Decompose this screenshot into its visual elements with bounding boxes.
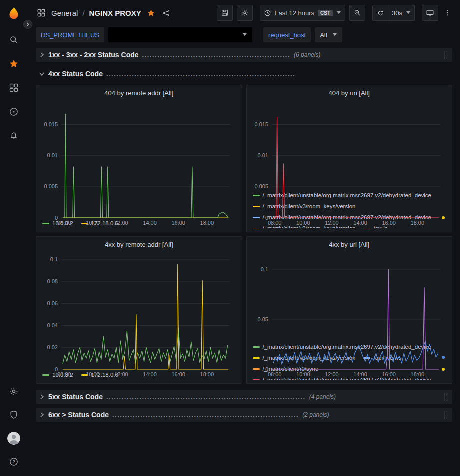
search-icon[interactable] <box>0 28 28 52</box>
share-icon[interactable] <box>161 8 171 18</box>
svg-text:0.02: 0.02 <box>47 344 58 350</box>
row-5xx[interactable]: 5xx Status Code ........................… <box>36 390 452 404</box>
time-range-picker[interactable]: Last 12 hours CST <box>260 5 345 21</box>
breadcrumb-section[interactable]: General <box>51 9 78 17</box>
main-area: General / NGINX PROXY Last 12 hours <box>28 0 460 476</box>
svg-text:16:00: 16:00 <box>171 371 185 377</box>
dashboard-settings-button[interactable] <box>237 5 253 21</box>
svg-text:14:00: 14:00 <box>353 371 367 377</box>
svg-text:18:00: 18:00 <box>410 371 424 377</box>
svg-text:12:00: 12:00 <box>114 371 128 377</box>
svg-text:12:00: 12:00 <box>114 220 128 226</box>
timeseries-chart[interactable]: 00.0050.010.01508:0010:0012:0014:0016:00… <box>252 99 447 188</box>
svg-text:0.005: 0.005 <box>254 183 268 189</box>
svg-text:10:00: 10:00 <box>86 220 100 226</box>
svg-text:10:00: 10:00 <box>296 220 310 226</box>
help-icon[interactable]: ? <box>0 450 28 473</box>
timezone-badge: CST <box>318 10 333 16</box>
svg-text:08:00: 08:00 <box>57 371 71 377</box>
dashboard-title: NGINX PROXY <box>89 9 141 17</box>
svg-text:18:00: 18:00 <box>410 220 424 226</box>
svg-text:14:00: 14:00 <box>353 220 367 226</box>
explore-compass-icon[interactable] <box>0 100 28 124</box>
svg-text:08:00: 08:00 <box>267 220 281 226</box>
refresh-interval-picker[interactable]: 30s <box>388 5 415 21</box>
svg-text:18:00: 18:00 <box>200 220 214 226</box>
svg-text:0.01: 0.01 <box>47 152 58 158</box>
alerting-bell-icon[interactable] <box>0 124 28 148</box>
svg-text:14:00: 14:00 <box>143 220 157 226</box>
dashboards-icon[interactable] <box>0 76 28 100</box>
row-drag-handle[interactable] <box>443 51 448 59</box>
row-drag-handle[interactable] <box>443 393 448 401</box>
dashboard-canvas: 1xx - 3xx - 2xx Status Code ............… <box>28 44 460 476</box>
svg-text:16:00: 16:00 <box>382 220 396 226</box>
variables-bar: DS_PROMETHEUS request_host All <box>28 26 460 44</box>
timeseries-chart[interactable]: 00.0050.010.01508:0010:0012:0014:0016:00… <box>41 99 237 216</box>
chevron-down-icon <box>242 33 247 36</box>
zoom-out-time-button[interactable] <box>349 5 365 21</box>
panel-title[interactable]: 4xx by remote addr [All] <box>41 239 237 250</box>
legend-swatch <box>253 228 260 229</box>
kebab-menu-icon[interactable] <box>442 7 452 18</box>
save-dashboard-button[interactable] <box>217 5 233 21</box>
grafana-app: ? General / NGINX PROXY <box>0 0 460 476</box>
server-admin-shield-icon[interactable] <box>0 403 28 426</box>
datasource-select[interactable] <box>108 27 252 42</box>
svg-text:0.06: 0.06 <box>47 300 58 306</box>
svg-text:0.1: 0.1 <box>260 266 268 272</box>
row-drag-handle[interactable] <box>443 411 448 419</box>
apps-grid-icon[interactable] <box>36 7 47 18</box>
legend-swatch <box>363 228 370 229</box>
configuration-gear-icon[interactable] <box>0 379 28 403</box>
request-host-select[interactable]: All <box>315 27 342 42</box>
panel-title[interactable]: 404 by uri [All] <box>252 88 447 99</box>
panel-title[interactable]: 4xx by uri [All] <box>252 239 447 250</box>
svg-text:0.015: 0.015 <box>254 121 268 127</box>
svg-text:10:00: 10:00 <box>296 371 310 377</box>
panels-grid: 404 by remote addr [All] 00.0050.010.015… <box>36 85 452 384</box>
request-host-variable-label: request_host <box>263 27 311 42</box>
panel-title[interactable]: 404 by remote addr [All] <box>41 88 237 99</box>
chevron-right-icon <box>39 394 45 400</box>
svg-text:08:00: 08:00 <box>57 220 71 226</box>
refresh-button[interactable] <box>372 5 388 21</box>
grafana-logo-icon[interactable] <box>6 4 21 24</box>
svg-text:18:00: 18:00 <box>200 371 214 377</box>
svg-text:10:00: 10:00 <box>86 371 100 377</box>
panel-4xx-by-remote-addr: 4xx by remote addr [All] 00.020.040.060.… <box>36 236 242 384</box>
svg-text:0.05: 0.05 <box>257 316 268 322</box>
timeseries-chart[interactable]: 00.020.040.060.080.108:0010:0012:0014:00… <box>41 250 237 368</box>
svg-text:0.08: 0.08 <box>47 278 58 284</box>
avatar[interactable] <box>0 426 28 450</box>
row-6xx[interactable]: 6xx > Status Code ......................… <box>36 408 452 422</box>
svg-text:0.01: 0.01 <box>257 152 268 158</box>
svg-text:08:00: 08:00 <box>267 371 281 377</box>
timeseries-chart[interactable]: 00.050.108:0010:0012:0014:0016:0018:00 <box>252 250 447 340</box>
chevron-down-icon <box>406 11 411 14</box>
refresh-interval-label: 30s <box>392 9 402 17</box>
starred-icon[interactable] <box>0 52 28 76</box>
time-range-label: Last 12 hours <box>275 9 314 17</box>
cycle-view-mode-button[interactable] <box>422 5 438 21</box>
chevron-down-icon <box>39 71 45 77</box>
svg-text:?: ? <box>12 459 15 464</box>
svg-text:0.1: 0.1 <box>50 256 58 262</box>
row-1xx-3xx-2xx[interactable]: 1xx - 3xx - 2xx Status Code ............… <box>36 48 452 62</box>
panel-4xx-by-uri: 4xx by uri [All] 00.050.108:0010:0012:00… <box>246 236 453 384</box>
clock-icon <box>264 9 271 17</box>
breadcrumb-separator: / <box>82 9 84 17</box>
svg-text:0.015: 0.015 <box>44 121 58 127</box>
svg-text:0.005: 0.005 <box>44 183 58 189</box>
sidebar: ? <box>0 0 28 476</box>
datasource-variable-label: DS_PROMETHEUS <box>36 27 104 42</box>
chevron-down-icon <box>336 11 341 14</box>
row-4xx[interactable]: 4xx Status Code ........................… <box>36 67 452 81</box>
panel-404-by-uri: 404 by uri [All] 00.0050.010.01508:0010:… <box>246 85 453 232</box>
favorite-star-icon[interactable] <box>146 8 156 18</box>
legend-swatch <box>253 379 260 380</box>
toolbar: Last 12 hours CST 30s <box>217 5 452 21</box>
svg-text:12:00: 12:00 <box>325 220 339 226</box>
svg-text:16:00: 16:00 <box>171 220 185 226</box>
sidebar-expand-toggle[interactable] <box>23 20 32 29</box>
